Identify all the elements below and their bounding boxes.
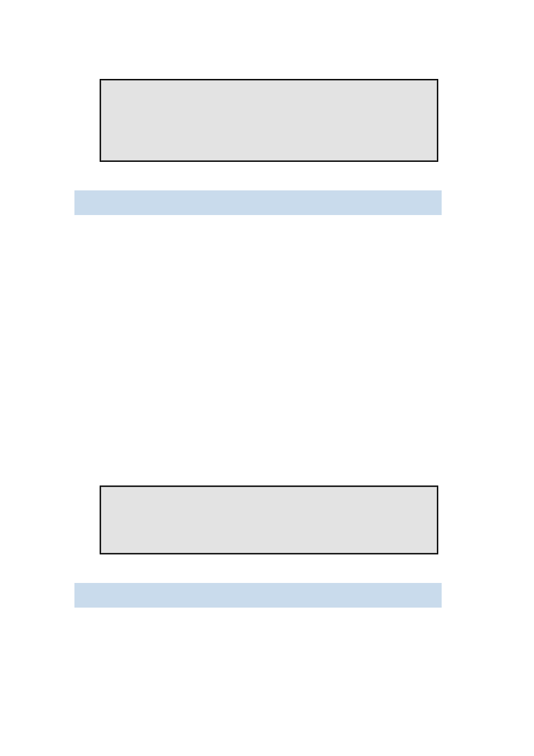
- document-page: [0, 0, 534, 756]
- highlight-bar-1: [74, 190, 442, 215]
- framed-panel-2: [100, 486, 438, 554]
- framed-panel-1: [100, 79, 438, 162]
- highlight-bar-2: [74, 583, 442, 608]
